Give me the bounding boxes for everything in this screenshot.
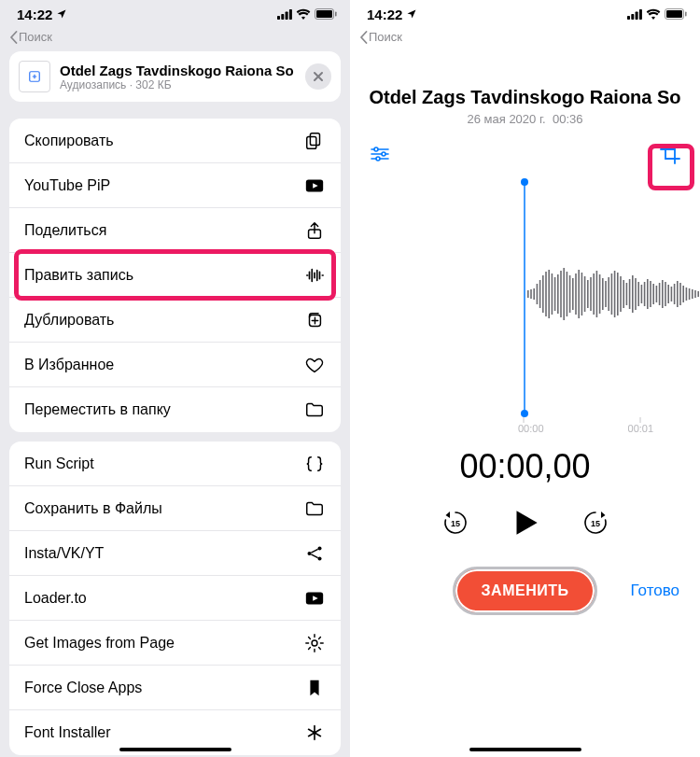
svg-rect-36	[567, 272, 568, 316]
svg-rect-32	[554, 277, 556, 311]
svg-rect-48	[602, 278, 604, 310]
menu-group-2: Run ScriptСохранить в ФайлыInsta/VK/YTLo…	[9, 442, 341, 755]
back-link-label: Поиск	[369, 30, 402, 44]
svg-rect-74	[679, 283, 681, 305]
menu-label: Get Images from Page	[24, 635, 175, 652]
timecode: 00:00,00	[350, 447, 700, 486]
status-right	[627, 8, 687, 20]
svg-rect-0	[277, 16, 280, 20]
menu-copy[interactable]: Скопировать	[9, 119, 341, 163]
menu-duplicate[interactable]: Дублировать	[9, 298, 341, 343]
replace-button[interactable]: ЗАМЕНИТЬ	[453, 567, 598, 615]
svg-rect-25	[533, 288, 535, 300]
svg-rect-30	[548, 270, 550, 318]
svg-rect-37	[569, 275, 571, 313]
menu-favorite[interactable]: В Избранное	[9, 343, 341, 387]
svg-rect-55	[623, 280, 624, 308]
menu-run-script[interactable]: Run Script	[9, 442, 341, 486]
playback-controls: 15 15	[350, 505, 700, 540]
wifi-icon	[646, 8, 661, 20]
svg-rect-8	[627, 16, 630, 20]
menu-force-close[interactable]: Force Close Apps	[9, 666, 341, 710]
svg-rect-78	[692, 289, 693, 299]
svg-rect-11	[639, 9, 642, 20]
svg-rect-45	[593, 273, 595, 315]
menu-label: Переместить в папку	[24, 401, 171, 418]
menu-label: Force Close Apps	[24, 680, 142, 696]
menu-save-files[interactable]: Сохранить в Файлы	[9, 486, 341, 531]
battery-icon	[665, 8, 687, 20]
rewind-15-button[interactable]: 15	[441, 508, 470, 538]
forward-15-button[interactable]: 15	[581, 508, 610, 538]
svg-rect-62	[644, 282, 646, 306]
braces-icon	[303, 454, 326, 474]
svg-rect-40	[578, 270, 580, 318]
svg-rect-70	[667, 285, 669, 303]
menu-label: Дублировать	[24, 312, 114, 329]
location-icon	[406, 8, 417, 20]
svg-rect-58	[632, 275, 634, 313]
asterisk-icon	[303, 722, 326, 743]
svg-rect-42	[584, 276, 586, 312]
status-time: 14:22	[367, 7, 402, 22]
done-button[interactable]: Готово	[631, 582, 680, 600]
status-bar: 14:22	[0, 0, 350, 28]
svg-rect-79	[694, 290, 696, 298]
svg-rect-80	[697, 291, 699, 297]
close-button[interactable]	[305, 63, 331, 90]
svg-rect-47	[599, 274, 601, 314]
folder-icon	[303, 400, 326, 420]
crop-icon[interactable]	[657, 141, 683, 167]
svg-rect-13	[666, 10, 682, 18]
recording-title: Otdel Zags Tavdinskogo Raiona So	[350, 87, 700, 108]
svg-rect-33	[557, 274, 559, 314]
menu-insta-vk-yt[interactable]: Insta/VK/YT	[9, 531, 341, 576]
svg-rect-38	[572, 278, 574, 310]
youtube-icon	[303, 175, 326, 196]
waveform-area[interactable]: 00:00 00:01 00	[350, 173, 700, 434]
settings-sliders-icon[interactable]	[367, 141, 393, 167]
home-indicator	[119, 748, 231, 751]
menu-share[interactable]: Поделиться	[9, 208, 341, 253]
svg-point-19	[521, 178, 528, 186]
menu-youtube-pip[interactable]: YouTube PiP	[9, 163, 341, 208]
menu-edit-recording[interactable]: Править запись	[9, 253, 341, 298]
document-thumb-icon	[19, 61, 50, 92]
back-link-label: Поиск	[19, 30, 52, 44]
status-time: 14:22	[17, 7, 52, 22]
status-bar: 14:22	[350, 0, 700, 28]
menu-loader-to[interactable]: Loader.to	[9, 576, 341, 621]
svg-rect-31	[552, 273, 553, 315]
svg-point-20	[521, 410, 528, 417]
menu-label: Loader.to	[24, 590, 87, 607]
menu-group-1: СкопироватьYouTube PiPПоделитьсяПравить …	[9, 119, 341, 432]
svg-rect-1	[281, 14, 284, 20]
svg-rect-43	[587, 280, 589, 308]
header-title: Otdel Zags Tavdinskogo Raiona So	[60, 63, 296, 78]
back-link[interactable]: Поиск	[350, 28, 700, 49]
svg-rect-65	[652, 284, 654, 304]
menu-move-folder[interactable]: Переместить в папку	[9, 387, 341, 432]
svg-rect-6	[335, 12, 337, 17]
play-button[interactable]	[508, 505, 543, 540]
svg-rect-75	[682, 286, 684, 302]
menu-label: Insta/VK/YT	[24, 545, 104, 562]
svg-rect-68	[662, 280, 664, 308]
home-indicator	[469, 748, 581, 751]
svg-rect-61	[641, 285, 643, 303]
svg-rect-73	[677, 281, 679, 307]
back-link[interactable]: Поиск	[0, 28, 350, 49]
svg-rect-29	[545, 272, 547, 316]
svg-rect-60	[637, 282, 639, 306]
svg-rect-26	[537, 284, 539, 304]
menu-get-images[interactable]: Get Images from Page	[9, 621, 341, 666]
heart-icon	[303, 355, 326, 375]
svg-rect-52	[614, 271, 616, 317]
svg-rect-41	[581, 273, 583, 315]
svg-rect-46	[596, 271, 598, 317]
svg-rect-14	[685, 12, 687, 17]
svg-point-15	[374, 147, 378, 151]
battery-icon	[315, 8, 337, 20]
recording-subtitle: 26 мая 2020 г. 00:36	[350, 112, 700, 126]
waveform-icon	[303, 265, 326, 286]
